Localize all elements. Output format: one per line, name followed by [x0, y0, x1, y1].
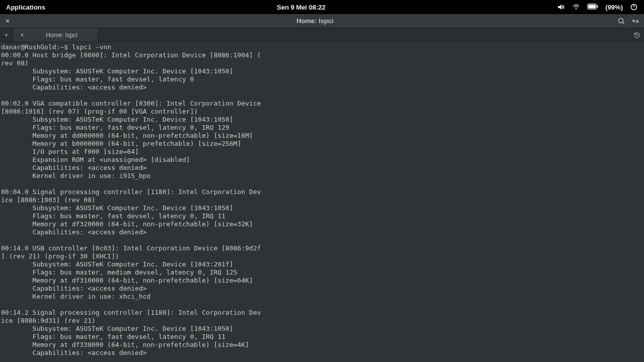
window-title: Home: lspci: [15, 17, 615, 25]
power-icon[interactable]: [630, 3, 638, 12]
tab-label: Home: lspci: [29, 32, 98, 39]
new-tab-button[interactable]: +: [0, 28, 13, 42]
window-titlebar: × Home: lspci: [0, 14, 644, 28]
unmaximize-button[interactable]: [629, 16, 642, 27]
clock[interactable]: Sen 9 Mei 08:22: [45, 4, 557, 11]
svg-line-7: [623, 22, 625, 24]
search-button[interactable]: [615, 16, 628, 27]
applications-menu[interactable]: Applications: [6, 4, 45, 11]
terminal-viewport[interactable]: danar@RushGold:~$ lspci -vnn 00:00.0 Hos…: [0, 42, 644, 362]
top-panel: Applications Sen 9 Mei 08:22 (99%): [0, 0, 644, 14]
battery-percentage: (99%): [605, 4, 623, 11]
command: lspci -vnn: [72, 43, 111, 51]
battery-icon[interactable]: [587, 4, 598, 11]
history-button[interactable]: [630, 28, 644, 42]
svg-point-0: [576, 9, 577, 10]
svg-rect-2: [588, 5, 596, 9]
window-close-button[interactable]: ×: [1, 16, 14, 27]
tab-0[interactable]: × Home: lspci: [13, 28, 99, 42]
prompt: danar@RushGold:~$: [1, 43, 72, 51]
wifi-icon[interactable]: [572, 3, 580, 12]
tab-bar: + × Home: lspci: [0, 28, 644, 42]
volume-icon[interactable]: [557, 3, 565, 12]
terminal-output: 00:00.0 Host bridge [0600]: Intel Corpor…: [1, 51, 261, 356]
tab-close-button[interactable]: ×: [17, 32, 27, 39]
tab-spacer: [99, 28, 630, 42]
svg-point-6: [619, 18, 623, 23]
svg-rect-3: [597, 5, 598, 8]
